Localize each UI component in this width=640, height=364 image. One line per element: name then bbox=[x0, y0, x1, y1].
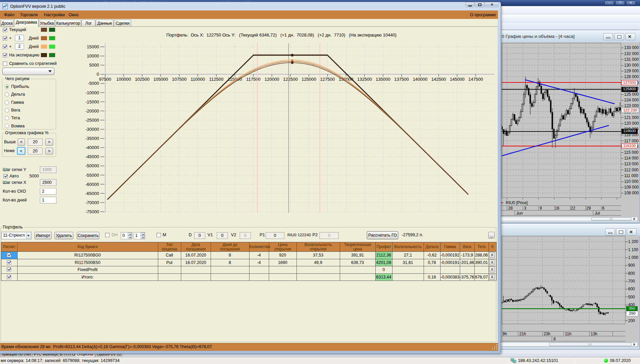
svg-text:15000: 15000 bbox=[87, 44, 99, 49]
svg-text:-10000: -10000 bbox=[86, 90, 99, 95]
svg-text:137500: 137500 bbox=[394, 77, 409, 82]
svg-text:-40000: -40000 bbox=[86, 145, 99, 150]
svg-text:140000: 140000 bbox=[413, 77, 427, 82]
svg-text:135000: 135000 bbox=[376, 77, 390, 82]
svg-text:147500: 147500 bbox=[468, 77, 483, 82]
svg-text:-70000: -70000 bbox=[86, 200, 99, 205]
svg-text:127500: 127500 bbox=[320, 77, 335, 82]
svg-text:-35000: -35000 bbox=[86, 136, 99, 141]
svg-text:10000: 10000 bbox=[87, 53, 99, 58]
svg-text:100000: 100000 bbox=[116, 77, 131, 82]
svg-text:122500: 122500 bbox=[283, 77, 298, 82]
svg-text:-55000: -55000 bbox=[86, 173, 99, 178]
svg-text:110000: 110000 bbox=[191, 77, 205, 82]
svg-text:5000: 5000 bbox=[89, 63, 99, 68]
svg-text:-20000: -20000 bbox=[86, 108, 99, 114]
svg-text:142500: 142500 bbox=[431, 77, 446, 82]
svg-text:120000: 120000 bbox=[265, 77, 279, 82]
svg-text:-50000: -50000 bbox=[86, 163, 99, 168]
svg-text:-25000: -25000 bbox=[86, 118, 99, 123]
svg-text:125000: 125000 bbox=[302, 77, 316, 82]
svg-text:-30000: -30000 bbox=[86, 127, 99, 132]
svg-text:117500: 117500 bbox=[246, 77, 260, 82]
svg-text:112500: 112500 bbox=[209, 77, 223, 82]
svg-text:0: 0 bbox=[97, 72, 99, 77]
svg-text:-75000: -75000 bbox=[86, 209, 99, 214]
svg-text:102500: 102500 bbox=[135, 77, 149, 82]
svg-text:97500: 97500 bbox=[99, 77, 111, 82]
svg-text:-60000: -60000 bbox=[86, 182, 99, 187]
svg-text:-65000: -65000 bbox=[86, 191, 99, 196]
svg-text:107500: 107500 bbox=[172, 77, 187, 82]
svg-text:132500: 132500 bbox=[357, 77, 372, 82]
svg-text:145000: 145000 bbox=[450, 77, 465, 82]
svg-text:-45000: -45000 bbox=[86, 154, 99, 159]
svg-text:-15000: -15000 bbox=[86, 99, 99, 104]
svg-text:105000: 105000 bbox=[153, 77, 168, 82]
svg-text:-5000: -5000 bbox=[88, 81, 99, 86]
